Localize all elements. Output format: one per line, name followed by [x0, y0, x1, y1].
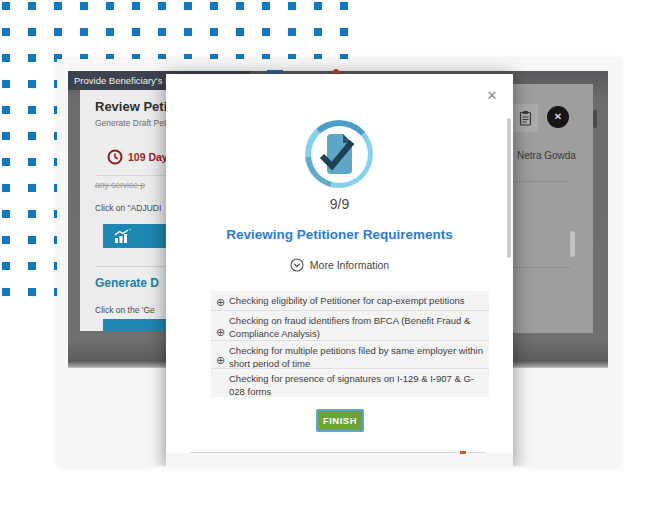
progress-count: 9/9	[166, 196, 513, 212]
dialog-bottom-divider	[190, 452, 486, 453]
check-item[interactable]: ⊕ Checking on fraud identifiers from BFC…	[211, 310, 489, 340]
panel-divider	[512, 181, 570, 182]
check-item-text: Checking for multiple petitions filed by…	[229, 345, 483, 369]
generate-instruction: Click on the 'Ge	[95, 305, 155, 315]
progress-ring-inner	[311, 126, 368, 183]
finish-button[interactable]: FINISH	[316, 409, 364, 432]
bar-chart-icon	[113, 229, 131, 244]
circled-plus-icon: ⊕	[216, 354, 225, 366]
panel-divider	[512, 267, 570, 268]
circled-plus-icon: ⊕	[216, 296, 225, 308]
finish-button-label: FINISH	[323, 415, 357, 426]
check-item[interactable]: ⊕ Checking eligibility of Petitioner for…	[211, 291, 489, 310]
clipboard-button	[512, 104, 538, 132]
divider-marker	[460, 451, 466, 454]
close-icon: ✕	[554, 111, 562, 122]
panel-scrollbar-thumb	[570, 231, 575, 257]
circled-plus-icon: ⊕	[216, 326, 225, 338]
user-name: Netra Gowda	[517, 150, 576, 161]
check-item[interactable]: ⊕ Checking for multiple petitions filed …	[211, 340, 489, 368]
requirement-checklist: ⊕ Checking eligibility of Petitioner for…	[211, 291, 489, 397]
app-scrollbar-thumb	[593, 110, 597, 128]
app-window: Provide Beneficiary's Imm Review Peti Ge…	[57, 59, 620, 466]
close-icon: ✕	[487, 88, 498, 103]
dialog-bottom-section	[166, 453, 513, 466]
more-information-toggle[interactable]: More Information	[166, 258, 513, 272]
review-progress-dialog: ✕ 9/9 Reviewing Petitioner Requirements	[166, 74, 513, 466]
check-item-text: Checking for presence of signatures on I…	[229, 373, 474, 397]
days-remaining: 109 Day	[128, 151, 168, 163]
clock-icon	[107, 149, 123, 165]
dialog-title: Reviewing Petitioner Requirements	[166, 227, 513, 242]
chevron-down-circle-icon	[290, 258, 304, 272]
card-title: Review Peti	[95, 99, 167, 114]
clipboard-icon	[519, 110, 532, 126]
panel-close-button: ✕	[547, 106, 569, 128]
progress-ring	[305, 120, 373, 188]
card-subtitle: Generate Draft Petit	[95, 118, 171, 128]
user-side-panel: ✕ Netra Gowda	[505, 84, 593, 333]
document-check-icon	[319, 131, 359, 177]
check-item-text: Checking on fraud identifiers from BFCA …	[229, 315, 470, 339]
struck-note: any service p	[95, 180, 145, 190]
dialog-close-button[interactable]: ✕	[484, 88, 500, 104]
generate-heading: Generate D	[95, 276, 159, 290]
check-item-text: Checking eligibility of Petitioner for c…	[229, 295, 465, 306]
page: Provide Beneficiary's Imm Review Peti Ge…	[0, 0, 664, 519]
adjudicate-instruction: Click on "ADJUDI	[95, 203, 161, 213]
more-information-label: More Information	[310, 259, 389, 271]
check-item[interactable]: Checking for presence of signatures on I…	[211, 368, 489, 397]
